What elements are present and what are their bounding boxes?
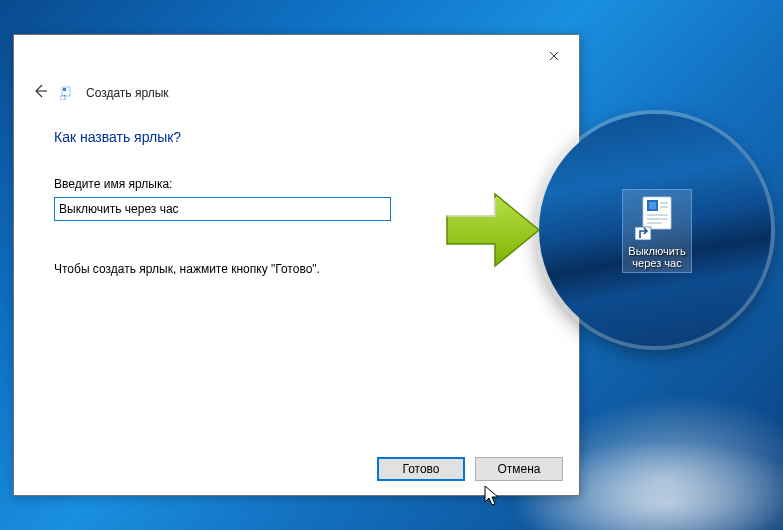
svg-rect-9 — [647, 218, 668, 220]
svg-rect-2 — [60, 96, 65, 100]
svg-rect-6 — [660, 202, 668, 204]
shortcut-name-input[interactable] — [54, 197, 391, 221]
svg-rect-11 — [635, 227, 651, 240]
desktop-zoom-preview: Выключить через час — [539, 114, 771, 346]
close-icon — [549, 48, 559, 64]
cancel-button[interactable]: Отмена — [475, 457, 563, 481]
back-arrow-icon[interactable] — [32, 83, 48, 103]
dialog-header: Создать ярлык — [32, 83, 169, 103]
dialog-question: Как назвать ярлык? — [54, 129, 181, 145]
svg-rect-5 — [649, 202, 656, 209]
finish-button[interactable]: Готово — [377, 457, 465, 481]
shortcut-label-line1: Выключить — [628, 245, 685, 257]
dialog-buttons: Готово Отмена — [377, 457, 563, 481]
name-field-label: Введите имя ярлыка: — [54, 177, 172, 191]
dialog-title: Создать ярлык — [86, 86, 169, 100]
shortcut-file-icon — [633, 194, 681, 242]
shortcut-label-line2: через час — [628, 257, 685, 269]
stage: Создать ярлык Как назвать ярлык? Введите… — [0, 0, 783, 530]
svg-rect-8 — [647, 214, 668, 216]
close-button[interactable] — [539, 43, 569, 69]
desktop-shortcut-tile[interactable]: Выключить через час — [622, 189, 692, 273]
shortcut-label: Выключить через час — [628, 245, 685, 269]
svg-rect-10 — [647, 222, 662, 224]
shortcut-mini-icon — [60, 86, 74, 100]
svg-rect-1 — [63, 88, 66, 91]
svg-rect-7 — [660, 206, 668, 208]
dialog-hint: Чтобы создать ярлык, нажмите кнопку "Гот… — [54, 262, 320, 276]
create-shortcut-dialog: Создать ярлык Как назвать ярлык? Введите… — [13, 34, 580, 496]
